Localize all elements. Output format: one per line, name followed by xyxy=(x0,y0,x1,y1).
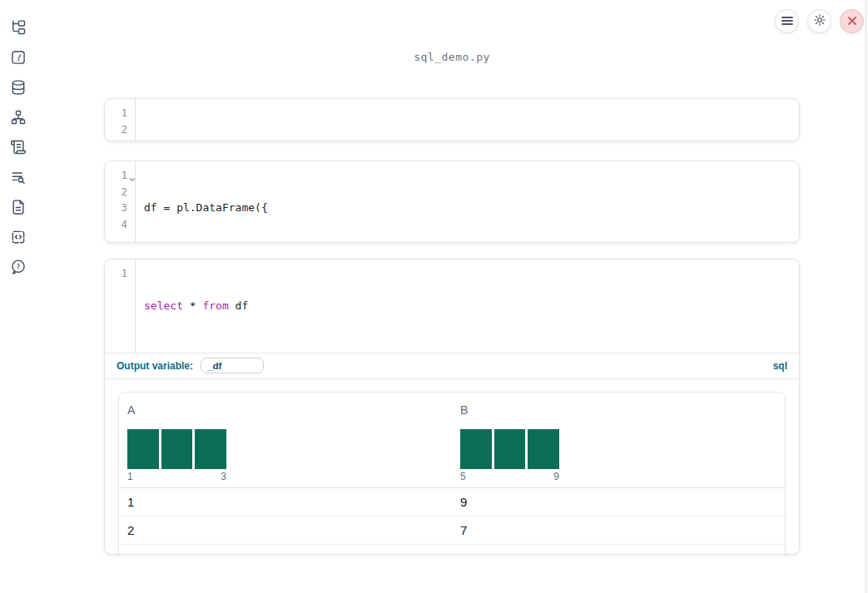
fold-chevron-icon[interactable] xyxy=(129,171,136,178)
line-number-gutter: 1 2 3 4 xyxy=(105,161,136,243)
close-button[interactable] xyxy=(840,9,864,33)
histogram-bars xyxy=(460,429,559,469)
line-number: 1 xyxy=(105,167,135,184)
left-sidebar: f ? xyxy=(0,0,37,593)
histogram-axis-labels: 1 3 xyxy=(127,471,226,482)
histogram-axis-labels: 5 9 xyxy=(460,471,559,482)
line-number-gutter: 1 xyxy=(105,259,136,353)
line-number: 2 xyxy=(105,121,135,138)
histogram-bar xyxy=(528,429,559,469)
close-icon xyxy=(847,14,857,29)
line-number: 1 xyxy=(105,265,135,282)
language-badge: sql xyxy=(773,360,787,372)
code-line: df = pl.DataFrame({ xyxy=(144,200,799,216)
code-line: select * from df xyxy=(144,298,799,314)
code-content: import marimo as mo import polars as pl xyxy=(136,99,799,141)
histogram-bar xyxy=(494,429,526,469)
histogram-bar xyxy=(127,429,159,469)
snippets-code-icon[interactable] xyxy=(10,229,27,245)
column-header-a: A 1 3 xyxy=(119,393,452,487)
column-label: A xyxy=(127,403,444,418)
notebook-filename: sql_demo.py xyxy=(104,51,800,63)
table-row[interactable]: 3 5 xyxy=(119,544,785,556)
line-number: 3 xyxy=(105,200,135,216)
cell-value: 9 xyxy=(452,488,785,516)
window-right-border xyxy=(866,0,866,593)
line-number-gutter: 1 2 xyxy=(105,99,136,141)
gear-icon xyxy=(813,13,826,30)
settings-button[interactable] xyxy=(807,9,831,33)
cell-value: 1 xyxy=(119,488,452,516)
menu-icon xyxy=(781,14,793,29)
code-cell-dataframe: 1 2 3 4 df = pl.DataFrame({ "A": [1, 2, … xyxy=(104,161,800,243)
histogram-bar xyxy=(195,429,226,469)
line-number: 4 xyxy=(105,216,135,233)
sql-code-editor[interactable]: 1 select * from df xyxy=(105,259,799,353)
column-histogram: 5 9 xyxy=(460,429,559,482)
dependency-graph-icon[interactable] xyxy=(10,109,27,126)
help-icon[interactable]: ? xyxy=(10,259,27,275)
svg-text:f: f xyxy=(17,53,22,62)
histogram-min-label: 1 xyxy=(127,471,133,482)
output-variable-input[interactable]: _df xyxy=(201,358,264,373)
functions-icon[interactable]: f xyxy=(10,49,27,66)
histogram-min-label: 5 xyxy=(460,471,466,482)
dataframe-table: A 1 3 B 5 9 xyxy=(118,392,786,556)
output-variable-label: Output variable: xyxy=(117,360,193,372)
code-content: df = pl.DataFrame({ "A": [1, 2, 3], "B":… xyxy=(136,161,799,243)
datasources-icon[interactable] xyxy=(10,79,27,96)
histogram-bar xyxy=(161,429,193,469)
logs-icon[interactable] xyxy=(10,139,27,156)
histogram-bar xyxy=(460,429,492,469)
cell-value: 3 xyxy=(119,545,452,556)
code-cell-imports: 1 2 import marimo as mo import polars as… xyxy=(104,98,800,141)
code-line: import marimo as mo xyxy=(144,137,799,141)
column-label: B xyxy=(460,403,776,418)
table-row[interactable]: 2 7 xyxy=(119,516,785,544)
svg-text:?: ? xyxy=(17,262,21,271)
column-histogram: 1 3 xyxy=(127,429,226,482)
histogram-max-label: 9 xyxy=(553,471,559,482)
sql-cell: 1 select * from df Output variable: _df … xyxy=(104,259,800,555)
code-editor[interactable]: 1 2 3 4 df = pl.DataFrame({ "A": [1, 2, … xyxy=(105,161,799,243)
histogram-bars xyxy=(127,429,226,469)
line-number: 2 xyxy=(105,184,135,200)
cell-value: 5 xyxy=(452,545,785,556)
column-header-b: B 5 9 xyxy=(452,393,785,487)
line-number: 1 xyxy=(105,105,135,121)
table-header-row: A 1 3 B 5 9 xyxy=(119,393,785,488)
code-content: select * from df xyxy=(136,259,799,353)
output-variable-bar: Output variable: _df sql xyxy=(105,353,799,379)
cell-value: 7 xyxy=(452,516,785,544)
table-row[interactable]: 1 9 xyxy=(119,488,785,516)
menu-button[interactable] xyxy=(775,9,799,33)
documentation-icon[interactable] xyxy=(10,199,27,215)
file-explorer-icon[interactable] xyxy=(10,19,27,36)
cell-value: 2 xyxy=(119,516,452,544)
code-editor[interactable]: 1 2 import marimo as mo import polars as… xyxy=(105,99,799,141)
histogram-max-label: 3 xyxy=(221,471,226,482)
table-of-contents-search-icon[interactable] xyxy=(10,169,27,185)
cell-output: A 1 3 B 5 9 xyxy=(105,379,799,556)
